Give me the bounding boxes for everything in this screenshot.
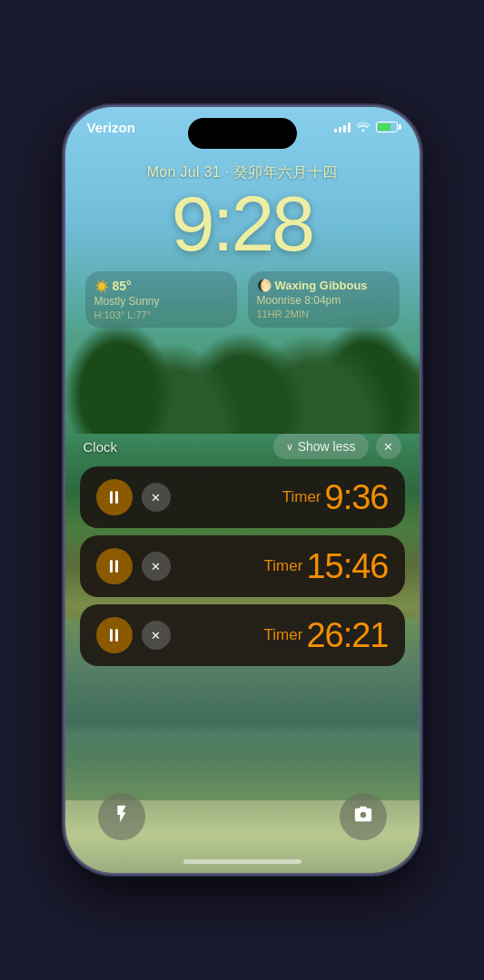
flashlight-icon [112,804,132,829]
wifi-icon [356,120,370,134]
timer-info-2: Timer 15:46 [171,549,389,583]
moon-duration: 11HR 2MIN [257,309,390,319]
lockscreen-content: Mon Jul 31 · 癸卯年六月十四 9:28 ☀️ 85° Mostly … [65,107,420,873]
moon-phase-label: Waxing Gibbous [275,279,368,292]
weather-condition: Mostly Sunny [94,295,228,309]
show-less-button[interactable]: ∨ Show less [273,434,369,459]
camera-icon [353,805,373,829]
cancel-button-3[interactable]: ✕ [142,621,171,650]
pause-icon-1 [110,491,118,504]
temperature-label: 85° [113,279,132,293]
chevron-down-icon: ∨ [286,441,293,453]
sun-icon: ☀️ [94,279,109,293]
app-name-label: Clock [84,439,118,455]
weather-widget[interactable]: ☀️ 85° Mostly Sunny H:103° L:77° [85,271,237,328]
timer-label-1: Timer [282,488,321,506]
timer-card-3: ✕ Timer 26:21 [80,604,405,666]
battery-icon [376,122,398,132]
status-icons [334,120,398,134]
phone-frame: Verizon Mon Jul 31 · 癸卯年六 [65,107,420,873]
notification-area: Clock ∨ Show less ✕ [80,434,405,673]
widgets-row: ☀️ 85° Mostly Sunny H:103° L:77° 🌔 Waxin… [65,262,420,328]
weather-range: H:103° L:77° [94,309,228,320]
show-less-label: Show less [298,439,356,454]
timer-time-3: 26:21 [306,618,388,652]
timer-label-2: Timer [264,557,303,575]
cancel-icon-2: ✕ [151,560,161,573]
timer-card-1: ✕ Timer 9:36 [80,466,405,528]
pause-button-1[interactable] [96,479,133,515]
timer-time-2: 15:46 [306,549,388,583]
dynamic-island [188,118,297,149]
flashlight-button[interactable] [98,793,145,840]
time-display: 9:28 [65,184,420,262]
timer-info-1: Timer 9:36 [171,480,389,514]
moon-icon: 🌔 [257,279,272,292]
timer-card-2: ✕ Timer 15:46 [80,535,405,597]
notification-header: Clock ∨ Show less ✕ [80,434,405,459]
notification-controls: ∨ Show less ✕ [273,434,401,459]
timer-label-3: Timer [264,626,303,644]
signal-icon [334,122,351,132]
carrier-label: Verizon [87,120,135,135]
moonrise-label: Moonrise 8:04pm [257,294,390,309]
camera-button[interactable] [340,793,387,840]
cancel-button-2[interactable]: ✕ [142,552,171,581]
cancel-button-1[interactable]: ✕ [142,483,171,512]
cancel-icon-1: ✕ [151,491,161,505]
pause-button-2[interactable] [96,548,133,584]
timer-info-3: Timer 26:21 [171,618,389,652]
home-indicator[interactable] [183,859,301,864]
bottom-buttons [65,793,420,840]
cancel-icon-3: ✕ [151,629,161,642]
moon-widget[interactable]: 🌔 Waxing Gibbous Moonrise 8:04pm 11HR 2M… [248,271,400,328]
close-icon: ✕ [383,440,393,454]
close-button[interactable]: ✕ [376,434,401,459]
timer-time-1: 9:36 [325,480,389,514]
pause-icon-2 [110,560,118,573]
pause-icon-3 [110,629,118,642]
pause-button-3[interactable] [96,617,133,653]
